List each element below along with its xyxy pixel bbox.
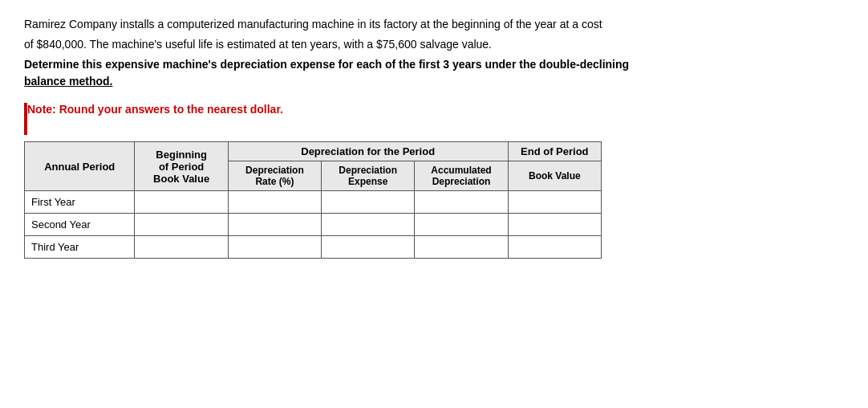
- depreciation-expense-label: Depreciation: [339, 165, 397, 176]
- table-row: Second Year: [25, 214, 602, 236]
- accumulated-first[interactable]: [415, 191, 508, 214]
- rate-second[interactable]: [228, 214, 321, 236]
- end-book-value-third[interactable]: [508, 236, 601, 259]
- period-cell-third: Third Year: [25, 236, 135, 259]
- rate-third[interactable]: [228, 236, 321, 259]
- problem-line2: of $840,000. The machine's useful life i…: [24, 36, 810, 53]
- col-header-annual-period: Annual Period: [25, 142, 135, 191]
- end-book-value-second[interactable]: [508, 214, 601, 236]
- expense-second[interactable]: [322, 214, 415, 236]
- col-header-accumulated: Accumulated Depreciation: [415, 161, 508, 191]
- accumulated-third[interactable]: [415, 236, 508, 259]
- problem-line1: Ramirez Company installs a computerized …: [24, 16, 810, 33]
- beginning-value-third[interactable]: [135, 236, 228, 259]
- depreciation-table: Annual Period Beginning of Period Book V…: [24, 141, 602, 259]
- period-cell-first: First Year: [25, 191, 135, 214]
- col-header-end-book-value: Book Value: [508, 161, 601, 191]
- depreciation-label: Depreciation: [245, 165, 304, 176]
- end-book-value-first[interactable]: [508, 191, 601, 214]
- accumulated-second[interactable]: [415, 214, 508, 236]
- problem-bold-text1: Determine this expensive machine's depre…: [24, 58, 629, 71]
- book-value-label: Book Value: [153, 173, 209, 185]
- rate-first[interactable]: [228, 191, 321, 214]
- problem-bold: Determine this expensive machine's depre…: [24, 56, 810, 90]
- content-area: Note: Round your answers to the nearest …: [27, 103, 844, 135]
- depreciation-label2: Depreciation: [432, 176, 491, 187]
- of-period-label: of Period: [159, 161, 204, 173]
- left-bar-section: Note: Round your answers to the nearest …: [24, 103, 844, 135]
- col-header-depreciation-period: Depreciation for the Period: [228, 142, 508, 161]
- beginning-value-first[interactable]: [135, 191, 228, 214]
- expense-label: Expense: [348, 176, 387, 187]
- col-header-beginning-book-value: Beginning of Period Book Value: [135, 142, 228, 191]
- col-header-expense: Depreciation Expense: [322, 161, 415, 191]
- accumulated-label: Accumulated: [431, 165, 491, 176]
- period-cell-second: Second Year: [25, 214, 135, 236]
- book-value-end-label: Book Value: [529, 170, 581, 182]
- beginning-value-second[interactable]: [135, 214, 228, 236]
- expense-first[interactable]: [322, 191, 415, 214]
- table-container: Annual Period Beginning of Period Book V…: [24, 141, 844, 259]
- expense-third[interactable]: [322, 236, 415, 259]
- table-header-row-1: Annual Period Beginning of Period Book V…: [25, 142, 602, 161]
- table-row: Third Year: [25, 236, 602, 259]
- problem-text: Ramirez Company installs a computerized …: [24, 16, 810, 90]
- problem-bold-underline: balance method.: [24, 75, 112, 88]
- rate-label: Rate (%): [255, 176, 294, 187]
- beginning-label: Beginning: [156, 149, 207, 161]
- col-header-rate: Depreciation Rate (%): [228, 161, 321, 191]
- col-header-end-period: End of Period: [508, 142, 601, 161]
- table-row: First Year: [25, 191, 602, 214]
- note-text: Note: Round your answers to the nearest …: [27, 103, 844, 116]
